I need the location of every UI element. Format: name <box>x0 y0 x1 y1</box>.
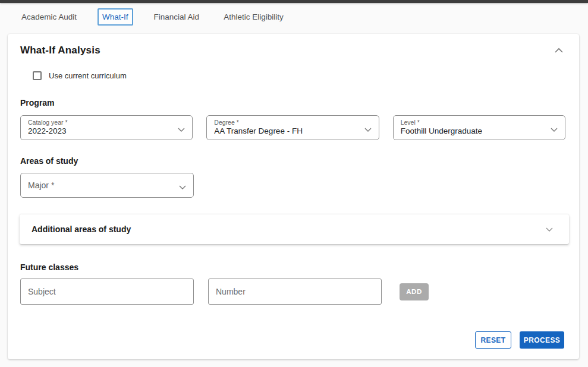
subject-input[interactable] <box>20 279 194 305</box>
program-select-row: Catalog year * 2022-2023 Degree * AA Tra… <box>20 115 579 140</box>
chevron-down-icon <box>545 224 554 235</box>
collapse-panel-button[interactable] <box>553 46 565 55</box>
use-current-curriculum-row: Use current curriculum <box>33 70 579 81</box>
panel-header: What-If Analysis <box>8 43 579 58</box>
catalog-year-select[interactable]: Catalog year * 2022-2023 <box>20 115 193 140</box>
chevron-down-icon <box>364 124 372 135</box>
tab-athletic-eligibility[interactable]: Athletic Eligibility <box>220 10 287 24</box>
major-select[interactable]: Major * <box>20 173 194 198</box>
panel-actions: RESET PROCESS <box>475 331 564 349</box>
tab-financial-aid[interactable]: Financial Aid <box>150 10 203 24</box>
degree-label: Degree * <box>214 119 357 126</box>
degree-select[interactable]: Degree * AA Transfer Degree - FH <box>206 115 379 140</box>
future-classes-heading: Future classes <box>20 262 579 272</box>
major-placeholder: Major * <box>28 181 54 190</box>
level-select[interactable]: Level * Foothill Undergraduate <box>393 115 565 140</box>
chevron-down-icon <box>177 124 185 135</box>
page-title: What-If Analysis <box>20 45 100 56</box>
add-class-button[interactable]: ADD <box>400 283 429 300</box>
tab-what-if[interactable]: What-If <box>98 8 133 26</box>
tab-academic-audit[interactable]: Academic Audit <box>18 10 80 24</box>
program-heading: Program <box>20 98 579 107</box>
reset-button[interactable]: RESET <box>475 331 511 349</box>
chevron-up-icon <box>554 46 564 55</box>
level-label: Level * <box>401 119 543 126</box>
catalog-year-label: Catalog year * <box>28 119 171 126</box>
additional-areas-label: Additional areas of study <box>32 224 131 234</box>
use-current-curriculum-label: Use current curriculum <box>49 71 127 80</box>
catalog-year-value: 2022-2023 <box>28 126 171 136</box>
use-current-curriculum-checkbox[interactable] <box>33 71 42 80</box>
future-classes-row: ADD <box>20 279 579 305</box>
number-input[interactable] <box>208 279 382 305</box>
tab-bar: Academic Audit What-If Financial Aid Ath… <box>0 3 588 30</box>
what-if-analysis-panel: What-If Analysis Use current curriculum … <box>8 34 579 359</box>
process-button[interactable]: PROCESS <box>520 331 564 349</box>
chevron-down-icon <box>178 182 187 192</box>
chevron-down-icon <box>550 124 558 135</box>
areas-of-study-heading: Areas of study <box>20 156 579 166</box>
level-value: Foothill Undergraduate <box>401 126 543 136</box>
degree-value: AA Transfer Degree - FH <box>214 126 357 136</box>
additional-areas-accordion[interactable]: Additional areas of study <box>20 214 569 244</box>
areas-select-row: Major * <box>20 173 579 198</box>
